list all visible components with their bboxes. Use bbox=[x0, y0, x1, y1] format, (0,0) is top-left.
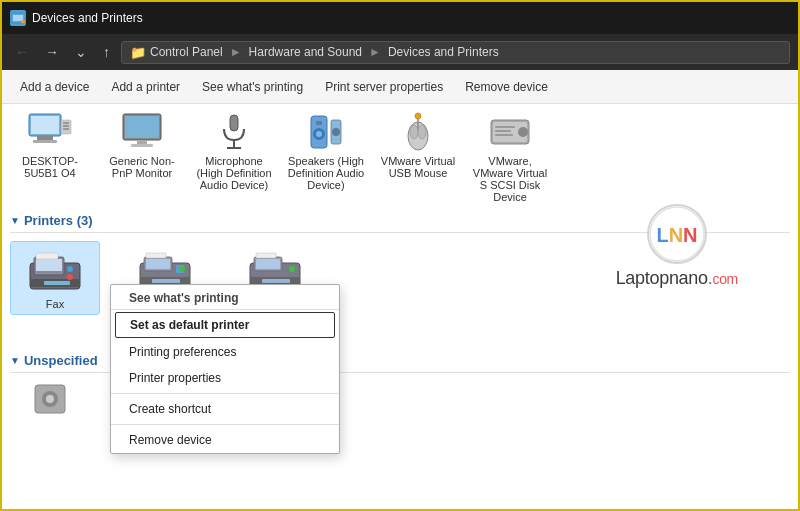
add-device-button[interactable]: Add a device bbox=[10, 76, 99, 98]
unspecified-chevron-icon: ▼ bbox=[10, 355, 20, 366]
printers-section-label: Printers (3) bbox=[24, 213, 93, 228]
device-monitor-label: Generic Non-PnP Monitor bbox=[102, 155, 182, 179]
watermark-logo: LNN bbox=[647, 204, 707, 264]
device-speakers[interactable]: Speakers (High Definition Audio Device) bbox=[286, 112, 366, 203]
forward-button[interactable]: → bbox=[40, 42, 64, 62]
svg-point-41 bbox=[67, 266, 73, 272]
svg-rect-55 bbox=[262, 279, 290, 283]
unspecified-icon-1 bbox=[26, 379, 74, 419]
device-scsi-disk[interactable]: VMware, VMware Virtual S SCSI Disk Devic… bbox=[470, 112, 550, 203]
device-scsi-disk-label: VMware, VMware Virtual S SCSI Disk Devic… bbox=[470, 155, 550, 203]
svg-rect-14 bbox=[131, 144, 153, 147]
watermark-site-name: Laptopnano bbox=[616, 268, 708, 288]
device-usb-mouse-label: VMware Virtual USB Mouse bbox=[378, 155, 458, 179]
context-menu-set-default[interactable]: Set as default printer bbox=[115, 312, 335, 338]
svg-rect-48 bbox=[146, 253, 166, 258]
recent-button[interactable]: ⌄ bbox=[70, 42, 92, 62]
svg-point-57 bbox=[289, 266, 295, 272]
devices-row: DESKTOP-5U5B1 O4 Generic Non-PnP Monitor bbox=[10, 104, 790, 207]
breadcrumb-hardware-sound: Hardware and Sound bbox=[249, 45, 362, 59]
svg-point-26 bbox=[418, 125, 426, 139]
context-menu-printing-prefs[interactable]: Printing preferences bbox=[111, 339, 339, 365]
svg-rect-56 bbox=[256, 253, 276, 258]
printer-fax-label: Fax bbox=[46, 298, 64, 310]
device-microphone-label: Microphone (High Definition Audio Device… bbox=[194, 155, 274, 191]
svg-rect-13 bbox=[137, 140, 147, 144]
svg-point-28 bbox=[415, 113, 421, 119]
print-server-properties-button[interactable]: Print server properties bbox=[315, 76, 453, 98]
svg-point-60 bbox=[46, 395, 54, 403]
folder-icon: 📁 bbox=[130, 45, 146, 60]
svg-rect-47 bbox=[152, 279, 180, 283]
add-printer-button[interactable]: Add a printer bbox=[101, 76, 190, 98]
window-icon bbox=[10, 10, 26, 26]
address-input[interactable]: 📁 Control Panel ► Hardware and Sound ► D… bbox=[121, 41, 790, 64]
svg-rect-32 bbox=[495, 126, 515, 128]
toolbar: Add a device Add a printer See what's pr… bbox=[2, 70, 798, 104]
window-title: Devices and Printers bbox=[32, 11, 143, 25]
printers-chevron-icon: ▼ bbox=[10, 215, 20, 226]
svg-rect-5 bbox=[37, 136, 53, 140]
svg-point-20 bbox=[316, 131, 322, 137]
context-menu-divider-2 bbox=[111, 424, 339, 425]
content-area: DESKTOP-5U5B1 O4 Generic Non-PnP Monitor bbox=[2, 104, 798, 511]
watermark-text: Laptopnano.com bbox=[616, 268, 738, 289]
svg-rect-45 bbox=[146, 259, 170, 269]
svg-rect-15 bbox=[230, 115, 238, 131]
see-whats-printing-button[interactable]: See what's printing bbox=[192, 76, 313, 98]
unspecified-device-1[interactable] bbox=[10, 379, 90, 422]
svg-rect-9 bbox=[63, 125, 69, 127]
svg-rect-21 bbox=[316, 121, 322, 125]
device-computer-label: DESKTOP-5U5B1 O4 bbox=[10, 155, 90, 179]
svg-rect-37 bbox=[36, 259, 62, 271]
context-menu-header: See what's printing bbox=[111, 285, 339, 310]
address-bar: ← → ⌄ ↑ 📁 Control Panel ► Hardware and S… bbox=[2, 34, 798, 70]
svg-point-42 bbox=[67, 274, 73, 280]
title-bar: Devices and Printers bbox=[2, 2, 798, 34]
context-menu-remove-device[interactable]: Remove device bbox=[111, 427, 339, 453]
svg-rect-10 bbox=[63, 128, 69, 130]
svg-point-50 bbox=[179, 266, 185, 272]
svg-rect-40 bbox=[36, 253, 58, 259]
fax-icon bbox=[25, 246, 85, 296]
up-button[interactable]: ↑ bbox=[98, 42, 115, 62]
svg-point-2 bbox=[21, 20, 25, 24]
svg-rect-6 bbox=[33, 140, 57, 143]
svg-rect-1 bbox=[13, 15, 23, 21]
svg-point-31 bbox=[518, 127, 528, 137]
monitor-icon bbox=[118, 112, 166, 152]
svg-rect-8 bbox=[63, 122, 69, 124]
remove-device-button[interactable]: Remove device bbox=[455, 76, 558, 98]
printer-fax[interactable]: Fax bbox=[10, 241, 100, 315]
svg-point-23 bbox=[332, 128, 340, 136]
svg-rect-33 bbox=[495, 130, 511, 132]
speakers-icon bbox=[302, 112, 350, 152]
svg-rect-39 bbox=[44, 281, 70, 285]
device-speakers-label: Speakers (High Definition Audio Device) bbox=[286, 155, 366, 191]
context-menu-printer-props[interactable]: Printer properties bbox=[111, 365, 339, 391]
breadcrumb-control-panel: Control Panel bbox=[150, 45, 223, 59]
scsi-disk-icon bbox=[486, 112, 534, 152]
context-menu: See what's printing Set as default print… bbox=[110, 284, 340, 454]
unspecified-section-label: Unspecified bbox=[24, 353, 98, 368]
breadcrumb-devices-printers: Devices and Printers bbox=[388, 45, 499, 59]
svg-text:LNN: LNN bbox=[656, 224, 697, 246]
svg-rect-4 bbox=[31, 116, 59, 134]
svg-rect-53 bbox=[256, 259, 280, 269]
device-usb-mouse[interactable]: VMware Virtual USB Mouse bbox=[378, 112, 458, 203]
device-microphone[interactable]: Microphone (High Definition Audio Device… bbox=[194, 112, 274, 203]
device-monitor[interactable]: Generic Non-PnP Monitor bbox=[102, 112, 182, 203]
svg-rect-12 bbox=[125, 116, 159, 138]
back-button[interactable]: ← bbox=[10, 42, 34, 62]
svg-point-25 bbox=[410, 125, 418, 139]
svg-rect-34 bbox=[495, 134, 513, 136]
device-computer[interactable]: DESKTOP-5U5B1 O4 bbox=[10, 112, 90, 203]
usb-mouse-icon bbox=[394, 112, 442, 152]
computer-icon bbox=[26, 112, 74, 152]
context-menu-divider bbox=[111, 393, 339, 394]
watermark: LNN Laptopnano.com bbox=[616, 204, 738, 289]
context-menu-create-shortcut[interactable]: Create shortcut bbox=[111, 396, 339, 422]
microphone-icon bbox=[210, 112, 258, 152]
